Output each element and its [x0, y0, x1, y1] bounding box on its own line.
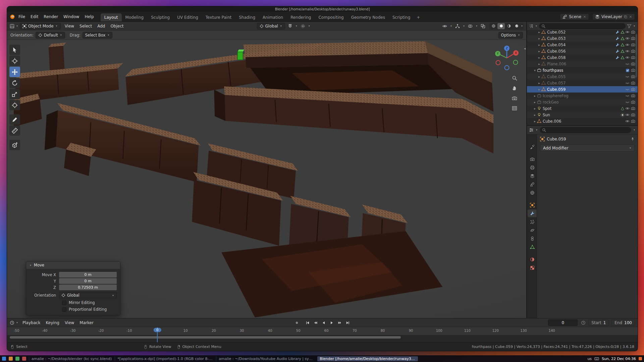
checkbox-mirror-editing[interactable]: Mirror Editing [62, 300, 117, 305]
outliner-item-cube-053[interactable]: ▸Cube.053 [527, 35, 638, 42]
render-toggle[interactable] [630, 100, 636, 104]
outliner-item-cube-055[interactable]: ▸Cube.055 [527, 73, 638, 80]
checkbox-icon[interactable] [62, 301, 66, 305]
shading-solid-button[interactable] [497, 23, 505, 29]
tool-rotate[interactable] [9, 78, 20, 88]
snap-toggle[interactable] [286, 23, 294, 29]
editor-type-icon[interactable] [529, 128, 534, 132]
timeline-scrollbar[interactable] [10, 336, 401, 339]
taskbar-window-3[interactable]: Blender [/home/amalie/Desktop/blender/ru… [317, 356, 418, 361]
outliner-item-sun[interactable]: ▸Sun [527, 112, 638, 118]
visibility-toggle[interactable] [625, 100, 630, 104]
visibility-toggle[interactable] [625, 62, 630, 66]
visibility-toggle[interactable] [625, 87, 630, 92]
checkbox-icon[interactable] [62, 307, 66, 312]
expand-icon[interactable]: ▸ [537, 62, 541, 66]
visibility-toggle[interactable] [625, 31, 630, 34]
expand-icon[interactable]: ▸ [533, 120, 537, 123]
visibility-toggle[interactable] [625, 36, 630, 41]
visibility-toggle[interactable] [625, 49, 630, 53]
taskbar-launcher-icon[interactable] [15, 357, 19, 361]
timeline-track[interactable] [7, 335, 638, 342]
pin-icon[interactable] [631, 137, 635, 141]
frame-end-field[interactable]: End 100 [611, 319, 635, 326]
render-toggle[interactable] [630, 113, 636, 117]
render-toggle[interactable] [630, 81, 636, 85]
render-toggle[interactable] [630, 119, 636, 123]
render-toggle[interactable] [630, 55, 636, 60]
checkbox-proportional-editing[interactable]: Proportional Editing [62, 307, 117, 312]
filter-icon[interactable] [627, 24, 632, 28]
workspace-tab-compositing[interactable]: Compositing [315, 13, 347, 21]
render-toggle[interactable] [630, 106, 636, 111]
outliner-item-cube-058[interactable]: ▸Cube.058 [527, 54, 638, 61]
workspace-tab-shading[interactable]: Shading [235, 13, 259, 21]
tool-select-box[interactable] [9, 45, 20, 55]
pan-hand-icon[interactable] [512, 85, 517, 91]
visibility-toggle[interactable] [625, 55, 630, 60]
properties-tab-particles[interactable] [528, 218, 537, 226]
outliner-item-cube-054[interactable]: ▸Cube.054 [527, 42, 638, 48]
taskbar-window-0[interactable]: amalie : ~/Desktop/blender (kc sync.blen… [29, 356, 114, 361]
taskbar-window-1[interactable]: *[applications-x-dpi] (imported)-1.0 (RG… [115, 356, 215, 361]
editor-type-icon[interactable] [10, 320, 14, 325]
visibility-toggle[interactable] [625, 106, 630, 111]
tool-add-cube[interactable] [9, 140, 20, 150]
properties-tab-physics[interactable] [528, 226, 537, 234]
expand-icon[interactable]: ▸ [537, 43, 541, 47]
blender-logo-icon[interactable] [10, 14, 15, 19]
tool-annotate[interactable] [9, 114, 20, 125]
workspace-tab-modeling[interactable]: Modeling [122, 13, 148, 21]
xray-toggle[interactable] [479, 23, 487, 29]
expand-icon[interactable]: ▸ [537, 31, 541, 34]
outliner-item-spot[interactable]: ▸Spot [527, 105, 638, 112]
move-value-move-x[interactable]: 0 m [59, 272, 117, 278]
properties-tab-view-layer[interactable] [528, 172, 537, 180]
expand-icon[interactable]: ▾ [533, 69, 537, 72]
scene-selector[interactable]: Scene [560, 13, 589, 20]
menu-render[interactable]: Render [41, 13, 61, 20]
properties-tab-tool[interactable] [528, 143, 537, 150]
timeline-menu-marker[interactable]: Marker [77, 319, 96, 326]
move-value-y[interactable]: 0 m [59, 278, 117, 284]
render-toggle[interactable] [630, 94, 636, 98]
properties-tab-render[interactable] [528, 155, 537, 163]
outliner-item-icospherefog[interactable]: ▸IcosphereFog [527, 93, 638, 99]
expand-icon[interactable]: ▸ [537, 56, 541, 59]
tool-cursor[interactable] [9, 56, 20, 66]
properties-tab-texture[interactable] [528, 264, 537, 272]
properties-tab-data[interactable] [528, 243, 537, 251]
render-toggle[interactable] [630, 43, 636, 47]
expand-icon[interactable]: ▸ [533, 107, 537, 110]
playback-key-prev[interactable] [312, 319, 319, 326]
drag-setting-dropdown[interactable]: Select Box ▾ [83, 32, 113, 39]
menu-edit[interactable]: Edit [28, 13, 41, 20]
unlink-scene-icon[interactable] [583, 15, 586, 18]
playback-skip-end[interactable] [344, 319, 352, 326]
timeline-ruler[interactable]: -50-40-30-20-100102030405060708090100110… [7, 327, 638, 335]
visibility-toggle[interactable] [625, 74, 630, 79]
expand-icon[interactable]: ▸ [533, 101, 537, 104]
remove-viewlayer-icon[interactable] [629, 15, 632, 18]
timeline-menu-keying[interactable]: Keying [43, 319, 62, 326]
taskbar-launcher-icon[interactable] [9, 357, 13, 361]
visibility-toggle[interactable] [625, 43, 630, 47]
workspace-tab-texture-paint[interactable]: Texture Paint [202, 13, 235, 21]
menu-window[interactable]: Window [61, 13, 82, 20]
playback-key-next[interactable] [336, 319, 343, 326]
overlays-toggle[interactable] [467, 23, 474, 29]
zoom-icon[interactable] [512, 75, 517, 81]
frame-start-field[interactable]: Start 1 [588, 319, 609, 326]
add-workspace-button[interactable]: + [414, 13, 423, 21]
show-object-types-dropdown[interactable] [441, 23, 448, 29]
expand-icon[interactable]: ▸ [537, 75, 541, 78]
tool-transform[interactable] [9, 100, 20, 110]
mode-dropdown[interactable]: Object Mode ▾ [20, 23, 61, 29]
render-toggle[interactable] [630, 74, 636, 79]
keyboard-layout[interactable]: us [587, 357, 592, 361]
move-value-z[interactable]: 0.72503 m [59, 285, 117, 290]
editor-type-icon[interactable] [10, 24, 14, 28]
new-viewlayer-icon[interactable] [624, 15, 627, 18]
render-toggle[interactable] [630, 49, 636, 53]
viewport-menu-object[interactable]: Object [108, 23, 126, 29]
